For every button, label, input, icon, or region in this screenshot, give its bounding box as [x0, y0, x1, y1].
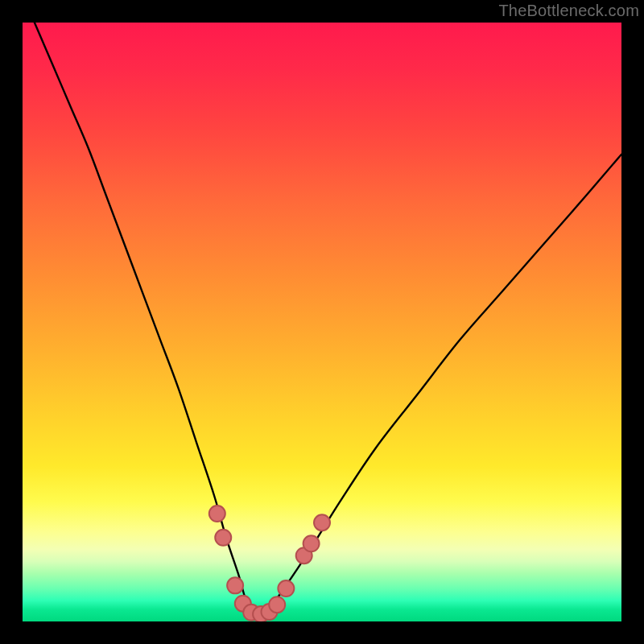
marker-group: [209, 506, 330, 621]
watermark-label: TheBottleneck.com: [498, 2, 639, 20]
chart-frame: TheBottleneck.com: [0, 0, 644, 644]
marker-point: [303, 535, 320, 551]
marker-point: [227, 577, 243, 593]
marker-point: [314, 514, 330, 530]
marker-point: [215, 530, 231, 546]
plot-area: [23, 23, 621, 621]
marker-point: [278, 580, 294, 597]
marker-point: [209, 506, 225, 522]
bottleneck-chart: [23, 23, 621, 621]
marker-point: [269, 597, 285, 613]
